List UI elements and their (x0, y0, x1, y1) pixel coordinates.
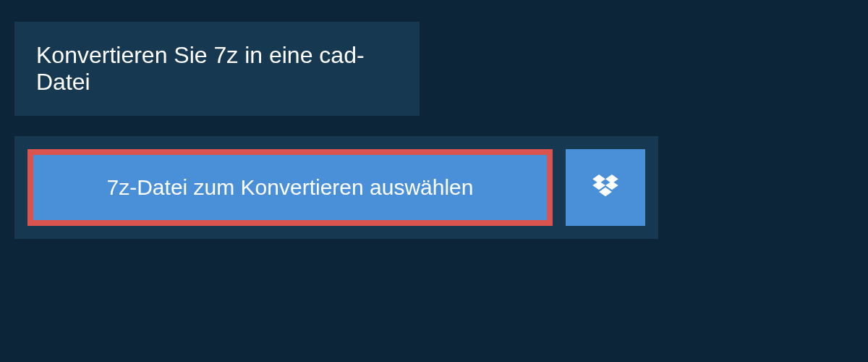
select-file-label: 7z-Datei zum Konvertieren auswählen (107, 175, 474, 200)
dropbox-button[interactable] (566, 149, 645, 226)
action-panel: 7z-Datei zum Konvertieren auswählen (14, 136, 658, 239)
header-bar: Konvertieren Sie 7z in eine cad-Datei (14, 22, 420, 116)
page-title: Konvertieren Sie 7z in eine cad-Datei (36, 42, 398, 96)
dropbox-icon (592, 174, 618, 201)
select-file-button[interactable]: 7z-Datei zum Konvertieren auswählen (27, 149, 553, 226)
